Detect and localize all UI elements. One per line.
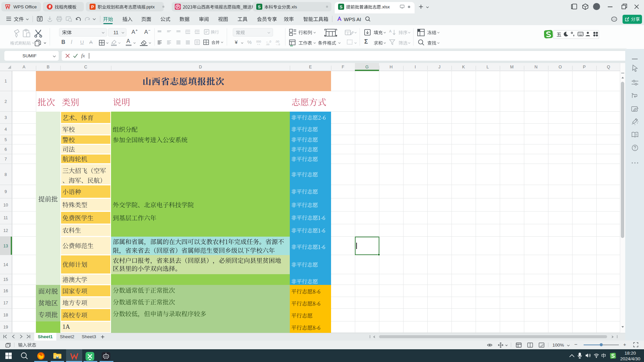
svg-text:P: P xyxy=(177,5,179,9)
svg-text:A: A xyxy=(389,29,392,33)
svg-text:P: P xyxy=(91,5,94,9)
svg-text:→.0: →.0 xyxy=(275,43,280,46)
svg-text:S: S xyxy=(340,5,342,9)
svg-text:J: J xyxy=(6,345,8,347)
svg-text:.00: .00 xyxy=(266,43,270,46)
svg-text:S: S xyxy=(258,5,261,9)
